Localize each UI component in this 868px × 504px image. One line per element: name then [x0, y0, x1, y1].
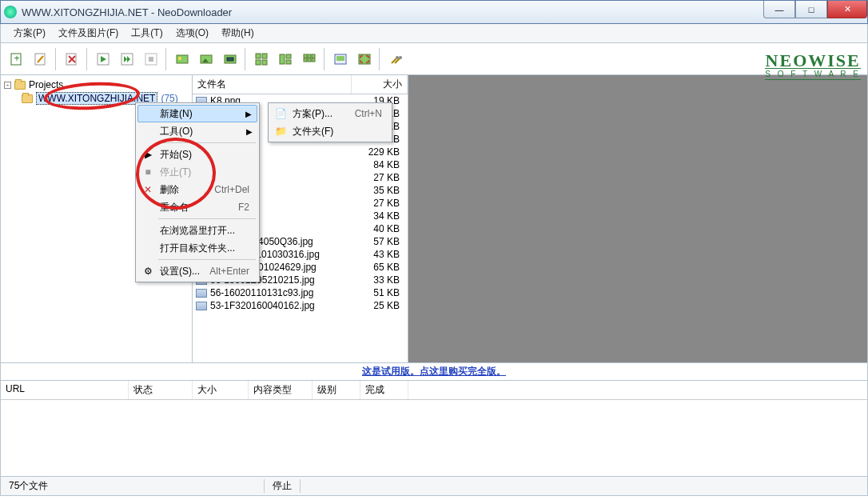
close-button[interactable]: ✕: [827, 1, 867, 18]
toolbar-img1-icon[interactable]: [171, 48, 193, 70]
svg-point-29: [396, 56, 399, 59]
download-queue-pane: URL 状态 大小 内容类型 级别 完成: [0, 381, 868, 477]
file-size: 34 KB: [352, 210, 404, 222]
svg-rect-21: [308, 54, 311, 58]
stop-icon: ■: [141, 166, 155, 178]
toolbar-fullscreen-icon[interactable]: [353, 48, 376, 70]
col-level[interactable]: 级别: [313, 381, 360, 399]
toolbar-settings-icon[interactable]: [384, 48, 407, 70]
status-state: 停止: [265, 479, 301, 493]
svg-rect-20: [304, 54, 307, 58]
svg-rect-27: [336, 56, 344, 61]
file-size: 40 KB: [352, 223, 404, 234]
svg-rect-24: [308, 58, 311, 62]
svg-text:+: +: [14, 53, 19, 64]
svg-rect-17: [280, 54, 285, 64]
queue-header: URL 状态 大小 内容类型 级别 完成: [1, 381, 867, 400]
image-file-icon: [196, 302, 207, 310]
maximize-button[interactable]: □: [795, 1, 827, 18]
svg-rect-14: [262, 54, 267, 58]
file-size: 43 KB: [352, 249, 404, 260]
file-size: 57 KB: [352, 236, 404, 247]
ctx-start[interactable]: ▶ 开始(S): [137, 146, 257, 163]
logo-name: NEOWISE: [765, 53, 861, 69]
toolbar-grid2-icon[interactable]: [274, 48, 297, 70]
menu-plan[interactable]: 方案(P): [7, 25, 52, 42]
trial-link[interactable]: 这是试用版。点这里购买完全版。: [362, 365, 506, 378]
svg-rect-22: [312, 54, 315, 58]
svg-rect-19: [286, 60, 291, 64]
menu-help[interactable]: 帮助(H): [215, 25, 261, 42]
toolbar-play-icon[interactable]: [92, 48, 114, 70]
svg-rect-23: [304, 58, 307, 62]
toolbar-new-icon[interactable]: +: [6, 48, 28, 70]
toolbar-delete-icon[interactable]: [61, 48, 83, 70]
gear-icon: ⚙: [141, 266, 155, 277]
toolbar-img3-icon[interactable]: [219, 48, 241, 70]
file-row[interactable]: 56-16020110131c93.jpg51 KB: [193, 286, 408, 299]
status-file-count: 75个文件: [1, 479, 265, 493]
menu-bar: 方案(P) 文件及图片(F) 工具(T) 选项(O) 帮助(H): [0, 24, 868, 43]
svg-rect-8: [177, 55, 188, 63]
col-type[interactable]: 内容类型: [249, 381, 313, 399]
file-size: 27 KB: [352, 172, 404, 183]
ctx-tools[interactable]: 工具(O)▶: [137, 122, 257, 140]
tree-root-label: Projects: [29, 79, 63, 90]
toolbar: + NEOWISE S O F T W A R E: [0, 43, 868, 75]
col-done[interactable]: 完成: [360, 381, 408, 399]
context-submenu-new: 📄 方案(P)... Ctrl+N 📁 文件夹(F): [268, 102, 392, 142]
toolbar-grid1-icon[interactable]: [250, 48, 273, 70]
folder-icon: [14, 81, 26, 90]
sub-plan[interactable]: 📄 方案(P)... Ctrl+N: [270, 105, 390, 122]
collapse-icon[interactable]: -: [4, 82, 11, 89]
toolbar-preview-icon[interactable]: [329, 48, 352, 70]
title-bar: WWW.XITONGZHIJIA.NET - NeoDownloader — □…: [0, 0, 868, 24]
file-size: 27 KB: [352, 198, 404, 209]
col-status[interactable]: 状态: [129, 381, 193, 399]
folder-icon: 📁: [273, 126, 288, 137]
status-bar: 75个文件 停止: [0, 477, 868, 496]
ctx-settings[interactable]: ⚙ 设置(S)... Alt+Enter: [137, 262, 257, 280]
file-list-header: 文件名 大小: [193, 75, 408, 94]
ctx-stop: ■ 停止(T): [137, 163, 257, 181]
svg-rect-13: [256, 54, 261, 58]
file-size: 25 KB: [352, 300, 404, 311]
toolbar-edit-icon[interactable]: [30, 48, 52, 70]
ctx-rename[interactable]: 重命名 F2: [137, 198, 257, 216]
ctx-open-browser[interactable]: 在浏览器里打开...: [137, 222, 257, 239]
toolbar-playall-icon[interactable]: [116, 48, 138, 70]
delete-icon: ✕: [141, 184, 155, 195]
ctx-open-folder[interactable]: 打开目标文件夹...: [137, 239, 257, 257]
play-icon: ▶: [141, 149, 155, 160]
file-row[interactable]: 53-1F320160040162.jpg25 KB: [193, 299, 408, 312]
ctx-new[interactable]: 新建(N)▶: [137, 105, 257, 122]
menu-options[interactable]: 选项(O): [169, 25, 215, 42]
col-size2[interactable]: 大小: [193, 381, 249, 399]
toolbar-img2-icon[interactable]: [195, 48, 217, 70]
svg-rect-12: [227, 58, 233, 61]
ctx-delete[interactable]: ✕ 删除 Ctrl+Del: [137, 181, 257, 198]
window-title: WWW.XITONGZHIJIA.NET - NeoDownloader: [22, 6, 232, 18]
file-name: 53-1F320160040162.jpg: [210, 300, 348, 311]
toolbar-grid3-icon[interactable]: [298, 48, 321, 70]
logo-subtitle: S O F T W A R E: [765, 68, 861, 80]
svg-rect-16: [262, 60, 267, 65]
tree-root[interactable]: - Projects: [2, 78, 190, 91]
sub-folder[interactable]: 📁 文件夹(F): [270, 122, 390, 140]
menu-tools[interactable]: 工具(T): [125, 25, 169, 42]
menu-files[interactable]: 文件及图片(F): [52, 25, 125, 42]
folder-icon: [22, 94, 33, 103]
file-size: 35 KB: [352, 185, 404, 196]
col-filename[interactable]: 文件名: [193, 75, 352, 94]
svg-rect-15: [256, 60, 261, 65]
col-size[interactable]: 大小: [352, 75, 408, 94]
file-size: 65 KB: [352, 262, 404, 273]
file-size: 84 KB: [352, 159, 404, 170]
minimize-button[interactable]: —: [763, 1, 795, 18]
file-name: 56-16020110131c93.jpg: [210, 287, 348, 298]
toolbar-stop-icon[interactable]: [140, 48, 162, 70]
brand-logo: NEOWISE S O F T W A R E: [765, 42, 861, 90]
svg-rect-7: [149, 57, 153, 62]
image-file-icon: [196, 289, 207, 298]
col-url[interactable]: URL: [1, 381, 129, 399]
